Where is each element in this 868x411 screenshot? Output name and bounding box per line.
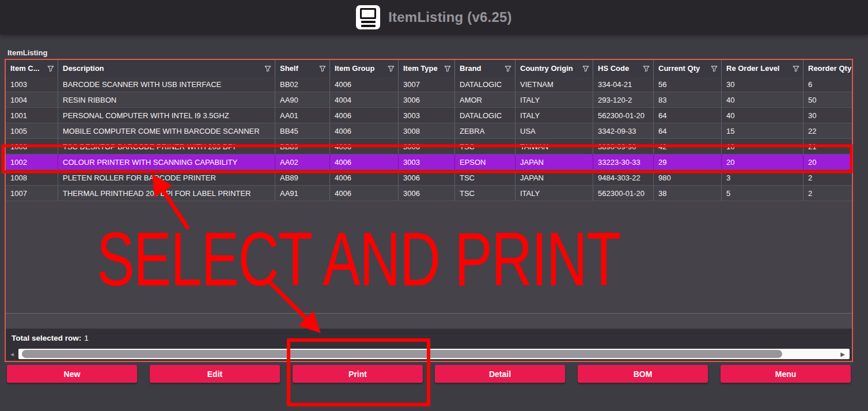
- table-cell: 64: [654, 108, 722, 123]
- app-title: ItemListing (v6.25): [388, 9, 512, 25]
- table-cell: DATALOGIC: [455, 108, 516, 123]
- table-cell: 562300-01-20: [593, 108, 654, 123]
- funnel-filter-icon[interactable]: [643, 65, 650, 72]
- funnel-filter-icon[interactable]: [582, 65, 589, 72]
- column-header-item-group[interactable]: Item Group: [330, 60, 399, 77]
- total-selected-value: 1: [84, 334, 89, 342]
- table-cell: 40: [722, 92, 803, 107]
- table-cell: 4006: [330, 77, 399, 92]
- table-cell: 20: [722, 154, 803, 169]
- column-header-hs-code[interactable]: HS Code: [593, 60, 654, 77]
- funnel-filter-icon[interactable]: [793, 65, 799, 72]
- scrollbar-track[interactable]: ▶: [18, 349, 850, 359]
- detail-button[interactable]: Detail: [435, 365, 565, 383]
- table-cell: VIETNAM: [516, 77, 593, 92]
- table-cell: 4006: [330, 123, 399, 138]
- table-cell: 562300-01-20: [593, 186, 654, 201]
- table-cell: 4006: [330, 154, 399, 169]
- table-cell: JAPAN: [516, 154, 593, 169]
- print-button[interactable]: Print: [293, 365, 423, 383]
- table-cell: TAIWAN: [516, 139, 593, 154]
- edit-button[interactable]: Edit: [150, 365, 280, 383]
- table-cell: 83: [654, 92, 722, 107]
- table-cell: 40: [722, 108, 803, 123]
- table-cell: 15: [722, 123, 803, 138]
- column-header-brand[interactable]: Brand: [455, 60, 516, 77]
- table-row[interactable]: 1004RESIN RIBBONAA9040043006AMORITALY293…: [6, 92, 852, 108]
- bom-button[interactable]: BOM: [578, 365, 708, 383]
- item-listing-grid: Item C...DescriptionShelfItem GroupItem …: [5, 59, 853, 362]
- column-header-label: Re Order Level: [726, 64, 780, 73]
- table-cell: AB89: [275, 170, 330, 185]
- table-cell: ITALY: [516, 92, 593, 107]
- column-header-item-c[interactable]: Item C...: [6, 60, 58, 77]
- table-cell: 3890-09-90: [593, 139, 654, 154]
- funnel-filter-icon[interactable]: [47, 65, 54, 72]
- column-header-shelf[interactable]: Shelf: [275, 60, 330, 77]
- table-cell: 1006: [6, 139, 58, 154]
- new-button[interactable]: New: [7, 365, 137, 383]
- funnel-filter-icon[interactable]: [505, 65, 511, 72]
- table-row[interactable]: 1007THERMAL PRINTHEAD 203 DPI FOR LABEL …: [6, 186, 852, 201]
- scroll-right-arrow-icon[interactable]: ▶: [840, 350, 845, 358]
- scroll-left-arrow-icon[interactable]: ◄: [9, 350, 15, 358]
- table-cell: 3003: [399, 154, 455, 169]
- table-cell: USA: [516, 123, 593, 138]
- table-cell: 21: [803, 139, 852, 154]
- table-cell: AA91: [275, 186, 330, 201]
- column-header-reorder-qty[interactable]: Reorder Qty: [803, 60, 852, 77]
- column-header-label: Shelf: [280, 64, 298, 73]
- table-cell: AMOR: [455, 92, 516, 107]
- column-header-label: Brand: [460, 64, 482, 73]
- table-cell: 980: [654, 170, 722, 185]
- menu-button[interactable]: Menu: [721, 365, 851, 383]
- table-cell: 1003: [6, 77, 58, 92]
- table-cell: 2: [803, 186, 852, 201]
- horizontal-scrollbar[interactable]: ◄ ▶: [6, 348, 852, 361]
- table-cell: MOBILE COMPUTER COME WITH BARCODE SCANNE…: [58, 123, 275, 138]
- table-row[interactable]: 1005MOBILE COMPUTER COME WITH BARCODE SC…: [6, 123, 852, 139]
- table-cell: ZEBRA: [455, 123, 516, 138]
- table-cell: 3006: [399, 186, 455, 201]
- column-header-country-origin[interactable]: Country Origin: [516, 60, 593, 77]
- table-row[interactable]: 1006TSC DESKTOP BARCODE PRINER WITH 203 …: [6, 139, 852, 154]
- funnel-filter-icon[interactable]: [444, 65, 451, 72]
- table-cell: BB02: [275, 77, 330, 92]
- table-cell: AA02: [275, 154, 330, 169]
- column-header-label: Current Qty: [658, 64, 700, 73]
- funnel-filter-icon[interactable]: [264, 65, 271, 72]
- table-cell: PLETEN ROLLER FOR BARCODE PRINTER: [58, 170, 275, 185]
- grid-header-row: Item C...DescriptionShelfItem GroupItem …: [6, 60, 852, 77]
- table-cell: 3008: [399, 123, 455, 138]
- table-cell: EPSON: [455, 154, 516, 169]
- table-row[interactable]: 1003BARCODE SCANNER WITH USB INTERFACEBB…: [6, 77, 852, 92]
- table-row[interactable]: 1002COLOUR PRINTER WITH SCANNING CAPABIL…: [6, 154, 852, 170]
- table-cell: TSC DESKTOP BARCODE PRINER WITH 203 DPI: [58, 139, 275, 154]
- table-cell: AA90: [275, 92, 330, 107]
- column-header-re-order-level[interactable]: Re Order Level: [722, 60, 803, 77]
- table-cell: 4006: [330, 170, 399, 185]
- funnel-filter-icon[interactable]: [319, 65, 326, 72]
- table-cell: JAPAN: [516, 170, 593, 185]
- table-cell: 38: [654, 186, 722, 201]
- table-cell: RESIN RIBBON: [58, 92, 275, 107]
- column-header-item-type[interactable]: Item Type: [399, 60, 455, 77]
- table-cell: 3006: [399, 139, 455, 154]
- table-row[interactable]: 1008PLETEN ROLLER FOR BARCODE PRINTERAB8…: [6, 170, 852, 186]
- table-cell: 29: [654, 154, 722, 169]
- scrollbar-thumb[interactable]: [22, 350, 782, 358]
- table-cell: BB89: [275, 139, 330, 154]
- funnel-filter-icon[interactable]: [388, 65, 395, 72]
- grid-caption: ItemListing: [7, 48, 47, 57]
- table-cell: 20: [803, 154, 852, 169]
- table-cell: BARCODE SCANNER WITH USB INTERFACE: [58, 77, 275, 92]
- funnel-filter-icon[interactable]: [711, 65, 718, 72]
- column-header-description[interactable]: Description: [58, 60, 275, 77]
- table-cell: 4006: [330, 139, 399, 154]
- table-cell: 1001: [6, 108, 58, 123]
- table-cell: BB45: [275, 123, 330, 138]
- column-header-current-qty[interactable]: Current Qty: [654, 60, 722, 77]
- table-cell: 10: [722, 139, 803, 154]
- table-cell: 2: [803, 170, 852, 185]
- table-row[interactable]: 1001PERSONAL COMPUTER WITH INTEL I9 3.5G…: [6, 108, 852, 123]
